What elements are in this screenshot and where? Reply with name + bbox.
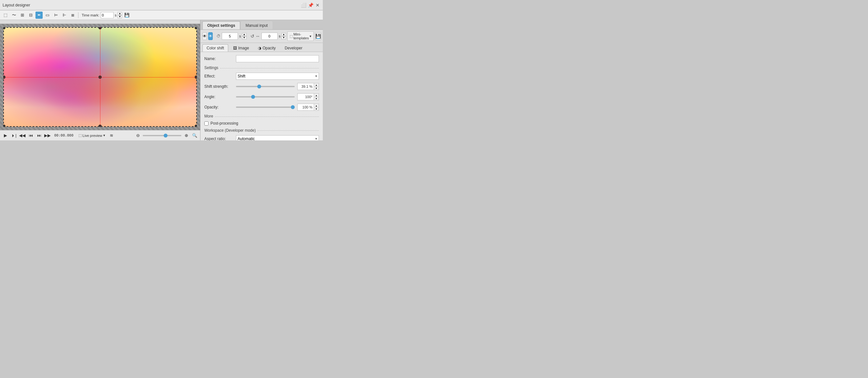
- maximize-icon[interactable]: ⬜: [301, 3, 306, 8]
- shift-strength-up-btn[interactable]: ▲: [314, 83, 319, 87]
- time-mark-label: Time mark:: [82, 13, 99, 17]
- close-icon[interactable]: ✕: [315, 3, 320, 8]
- eye-open-btn[interactable]: 👁: [208, 32, 213, 40]
- zoom-slider[interactable]: [143, 135, 181, 136]
- panel-offset-unit: s: [279, 34, 281, 38]
- opacity-value: 100 %: [298, 105, 314, 109]
- wave-btn[interactable]: ≋: [108, 132, 115, 139]
- toolbar-grid2-btn[interactable]: ⊟: [27, 11, 34, 19]
- play-to-btn[interactable]: ⏵|: [10, 132, 18, 139]
- refresh-icon: ↺: [250, 34, 254, 39]
- ruler-content: [0, 20, 200, 24]
- panel-offset-up-btn[interactable]: ▲: [281, 33, 286, 36]
- sub-tab-color-shift[interactable]: Color shift: [203, 44, 228, 52]
- more-dots: [215, 117, 319, 117]
- toolbar-save-btn[interactable]: 💾: [123, 11, 130, 19]
- toolbar-pen-btn[interactable]: ✒: [35, 11, 42, 19]
- panel-time-up-btn[interactable]: ▲: [242, 33, 247, 36]
- aspect-ratio-row: Aspect ratio: Automatic 16:9 4:3 1:1 ▼: [204, 135, 319, 140]
- mini-templates-btn[interactable]: ⬚ Mini-templates ▾: [287, 31, 314, 41]
- title-bar: Layout designer ⬜ 📌 ✕: [0, 0, 323, 10]
- panel-offset-input[interactable]: [261, 33, 278, 40]
- sub-tab-image-label: Image: [238, 46, 249, 50]
- opacity-value-box: 100 % ▲ ▼: [297, 104, 319, 111]
- zoom-fit-btn[interactable]: 🔍: [191, 132, 198, 139]
- toolbar-align1-btn[interactable]: ⊨: [52, 11, 59, 19]
- more-section-header: More: [204, 114, 319, 119]
- shift-strength-label: Shift strength:: [204, 84, 234, 89]
- live-preview-btn[interactable]: ⬚ Live preview ▾: [77, 132, 107, 138]
- panel-time-input[interactable]: [222, 33, 238, 40]
- effect-row: Effect: Shift Hue Saturation Brightness …: [204, 73, 319, 80]
- mini-templates-label: Mini-templates: [293, 32, 309, 40]
- canvas-wrapper[interactable]: [0, 24, 200, 130]
- angle-up-btn[interactable]: ▲: [314, 94, 319, 97]
- shift-strength-down-btn[interactable]: ▼: [314, 87, 319, 90]
- angle-slider[interactable]: [236, 96, 295, 97]
- eye-closed-icon: 👁: [203, 34, 207, 38]
- eye-open-icon: 👁: [209, 34, 212, 38]
- opacity-row: Opacity: 100 % ▲ ▼: [204, 104, 319, 111]
- angle-value-box: 100° ▲ ▼: [297, 93, 319, 100]
- canvas-image[interactable]: [3, 27, 197, 127]
- post-processing-checkbox[interactable]: [204, 121, 209, 126]
- angle-track: [236, 96, 295, 97]
- aspect-ratio-dropdown[interactable]: Automatic 16:9 4:3 1:1: [236, 135, 319, 140]
- fast-forward-btn[interactable]: ▶▶: [44, 132, 51, 139]
- panel-save-btn[interactable]: 💾: [315, 32, 321, 40]
- effect-dropdown[interactable]: Shift Hue Saturation Brightness: [236, 73, 319, 80]
- workspace-label: Workspace (Developer mode): [204, 128, 256, 133]
- angle-label: Angle:: [204, 95, 234, 99]
- eye-closed-btn[interactable]: 👁: [203, 32, 207, 40]
- name-row: Name:: [204, 55, 319, 62]
- time-mark-input[interactable]: [101, 12, 114, 19]
- opacity-label: Opacity:: [204, 105, 234, 109]
- opacity-up-btn[interactable]: ▲: [314, 104, 319, 107]
- panel-offset-down-btn[interactable]: ▼: [281, 36, 286, 39]
- rewind-btn[interactable]: ◀◀: [19, 132, 26, 139]
- arrow-icon: ↔: [256, 34, 260, 39]
- next-frame-btn[interactable]: ⏭: [35, 132, 42, 139]
- main-area: ▶ ⏵| ◀◀ ⏮ ⏭ ▶▶ 00:00.000 ⬚ Live preview …: [0, 20, 323, 140]
- toolbar-draw-btn[interactable]: 〜: [10, 11, 18, 19]
- shift-strength-value-box: 39.1 % ▲ ▼: [297, 83, 319, 90]
- canvas-overlay: [3, 27, 197, 127]
- sub-tab-developer[interactable]: Developer: [280, 44, 307, 52]
- mini-templates-arrow: ▾: [310, 34, 311, 38]
- toolbar-select-btn[interactable]: ⬚: [2, 11, 9, 19]
- time-mark-down-btn[interactable]: ▼: [118, 15, 122, 19]
- panel-tabs: Object settings Manual input: [200, 20, 323, 30]
- angle-row: Angle: 100° ▲ ▼: [204, 93, 319, 100]
- zoom-in-btn[interactable]: ⊕: [183, 132, 190, 139]
- angle-spinners: ▲ ▼: [314, 94, 319, 100]
- transport-bar: ▶ ⏵| ◀◀ ⏮ ⏭ ▶▶ 00:00.000 ⬚ Live preview …: [0, 130, 200, 140]
- panel-time-down-btn[interactable]: ▼: [242, 36, 247, 39]
- aspect-ratio-label: Aspect ratio:: [204, 136, 234, 140]
- sub-tab-opacity[interactable]: ◑ Opacity: [254, 44, 280, 52]
- panel-time-spinners: ▲ ▼: [242, 33, 247, 39]
- play-btn[interactable]: ▶: [2, 132, 9, 139]
- sub-tabs: Color shift 🖼 Image ◑ Opacity Developer: [200, 43, 323, 52]
- zoom-out-btn[interactable]: ⊖: [134, 132, 142, 139]
- shift-strength-slider[interactable]: [236, 86, 295, 87]
- name-label: Name:: [204, 57, 234, 61]
- opacity-slider[interactable]: [236, 106, 295, 108]
- panel-time-unit: s: [239, 34, 241, 38]
- pin-icon[interactable]: 📌: [308, 3, 313, 8]
- opacity-down-btn[interactable]: ▼: [314, 107, 319, 111]
- shift-strength-row: Shift strength: 39.1 % ▲ ▼: [204, 83, 319, 90]
- sub-tab-color-shift-label: Color shift: [207, 46, 224, 50]
- angle-down-btn[interactable]: ▼: [314, 97, 319, 100]
- sub-tab-image[interactable]: 🖼 Image: [229, 44, 253, 52]
- toolbar-align2-btn[interactable]: ⊩: [61, 11, 68, 19]
- name-input[interactable]: [236, 55, 319, 62]
- tab-object-settings[interactable]: Object settings: [203, 21, 240, 29]
- prev-frame-btn[interactable]: ⏮: [27, 132, 34, 139]
- toolbar-grid1-btn[interactable]: ⊞: [19, 11, 26, 19]
- time-mark-up-btn[interactable]: ▲: [118, 12, 122, 15]
- toolbar-align3-btn[interactable]: ≣: [69, 11, 76, 19]
- clock-icon: ⏱: [217, 34, 220, 38]
- live-preview-dropdown[interactable]: ▾: [103, 133, 105, 137]
- toolbar-rect-btn[interactable]: ▭: [44, 11, 51, 19]
- tab-manual-input[interactable]: Manual input: [241, 21, 273, 29]
